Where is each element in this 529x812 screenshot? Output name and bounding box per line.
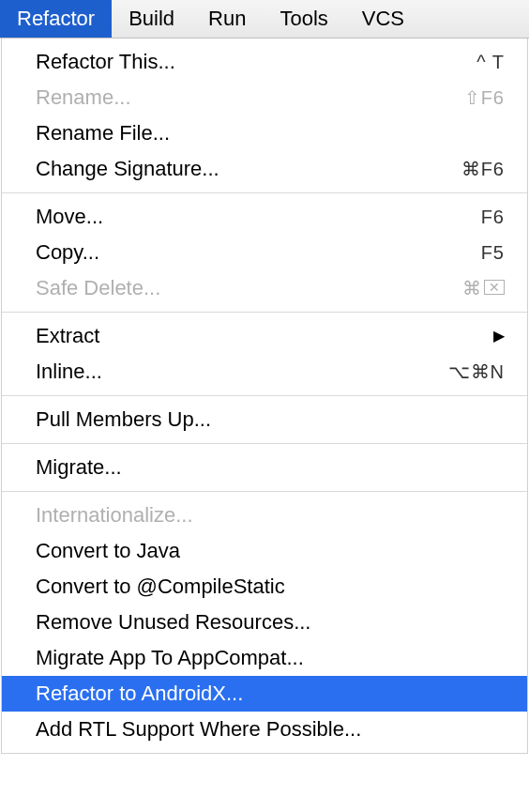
menu-item-label: Convert to @CompileStatic bbox=[36, 573, 285, 601]
menu-item-convert-to-java[interactable]: Convert to Java bbox=[2, 533, 527, 569]
menu-item-migrate[interactable]: Migrate... bbox=[2, 450, 527, 485]
menu-item-label: Copy... bbox=[36, 238, 99, 267]
delete-icon: ✕ bbox=[484, 280, 505, 295]
menu-item-shortcut: ^ T bbox=[476, 48, 505, 76]
menubar-item-vcs[interactable]: VCS bbox=[345, 0, 421, 38]
menu-item-copy[interactable]: Copy... F5 bbox=[2, 235, 527, 270]
menu-item-refactor-this[interactable]: Refactor This... ^ T bbox=[2, 44, 527, 80]
menu-item-label: Change Signature... bbox=[36, 155, 219, 183]
menu-item-label: Extract bbox=[36, 322, 99, 350]
menubar-item-tools[interactable]: Tools bbox=[263, 0, 344, 38]
menubar-label: VCS bbox=[362, 7, 404, 31]
menu-item-shortcut: ⌘F6 bbox=[461, 155, 505, 183]
menu-item-label: Pull Members Up... bbox=[36, 406, 211, 434]
menu-item-label: Convert to Java bbox=[36, 537, 180, 565]
menu-item-add-rtl-support[interactable]: Add RTL Support Where Possible... bbox=[2, 712, 527, 747]
menu-item-label: Rename... bbox=[36, 84, 131, 112]
command-icon: ⌘ bbox=[462, 274, 482, 302]
menu-item-shortcut: F6 bbox=[481, 203, 505, 231]
menu-section: Extract ▶ Inline... ⌥⌘N bbox=[2, 313, 527, 395]
menu-item-extract[interactable]: Extract ▶ bbox=[2, 318, 527, 354]
menubar-label: Refactor bbox=[17, 7, 95, 31]
menu-item-label: Remove Unused Resources... bbox=[36, 608, 310, 636]
dropdown-menu: Refactor This... ^ T Rename... ⇧F6 Renam… bbox=[1, 38, 528, 754]
menu-item-label: Move... bbox=[36, 203, 103, 231]
menubar-item-refactor[interactable]: Refactor bbox=[0, 0, 112, 38]
menu-item-label: Migrate... bbox=[36, 453, 122, 482]
menubar-label: Tools bbox=[280, 7, 327, 31]
menu-item-inline[interactable]: Inline... ⌥⌘N bbox=[2, 354, 527, 390]
menu-item-change-signature[interactable]: Change Signature... ⌘F6 bbox=[2, 151, 527, 187]
menu-section: Move... F6 Copy... F5 Safe Delete... ⌘✕ bbox=[2, 193, 527, 312]
menubar-item-run[interactable]: Run bbox=[191, 0, 263, 38]
menu-item-remove-unused-resources[interactable]: Remove Unused Resources... bbox=[2, 605, 527, 640]
menu-section: Migrate... bbox=[2, 444, 527, 491]
menu-item-label: Refactor This... bbox=[36, 48, 175, 76]
menu-item-move[interactable]: Move... F6 bbox=[2, 199, 527, 235]
menubar-label: Run bbox=[208, 7, 246, 31]
menu-item-shortcut: ⇧F6 bbox=[464, 84, 505, 112]
menu-item-label: Rename File... bbox=[36, 119, 170, 147]
menu-item-pull-members-up[interactable]: Pull Members Up... bbox=[2, 402, 527, 437]
menu-item-rename: Rename... ⇧F6 bbox=[2, 80, 527, 115]
menu-item-shortcut: F5 bbox=[481, 238, 505, 267]
menu-item-convert-compilestatic[interactable]: Convert to @CompileStatic bbox=[2, 569, 527, 605]
menu-item-label: Add RTL Support Where Possible... bbox=[36, 715, 361, 743]
menu-item-label: Refactor to AndroidX... bbox=[36, 680, 243, 708]
menu-item-internationalize: Internationalize... bbox=[2, 498, 527, 533]
menu-item-label: Internationalize... bbox=[36, 501, 193, 529]
menu-item-safe-delete: Safe Delete... ⌘✕ bbox=[2, 270, 527, 306]
menubar-item-build[interactable]: Build bbox=[112, 0, 191, 38]
submenu-arrow-icon: ▶ bbox=[493, 322, 505, 350]
menu-item-label: Safe Delete... bbox=[36, 274, 160, 302]
menu-item-shortcut: ⌥⌘N bbox=[448, 358, 505, 386]
menu-item-label: Migrate App To AppCompat... bbox=[36, 644, 304, 672]
menu-section: Internationalize... Convert to Java Conv… bbox=[2, 492, 527, 753]
menubar: Refactor Build Run Tools VCS bbox=[0, 0, 529, 38]
menu-section: Pull Members Up... bbox=[2, 396, 527, 443]
menubar-label: Build bbox=[128, 7, 174, 31]
menu-item-label: Inline... bbox=[36, 358, 102, 386]
menu-section: Refactor This... ^ T Rename... ⇧F6 Renam… bbox=[2, 38, 527, 192]
menu-item-shortcut: ⌘✕ bbox=[462, 274, 505, 302]
menu-item-refactor-androidx[interactable]: Refactor to AndroidX... bbox=[2, 676, 527, 712]
menu-item-rename-file[interactable]: Rename File... bbox=[2, 115, 527, 151]
menu-item-migrate-appcompat[interactable]: Migrate App To AppCompat... bbox=[2, 640, 527, 676]
